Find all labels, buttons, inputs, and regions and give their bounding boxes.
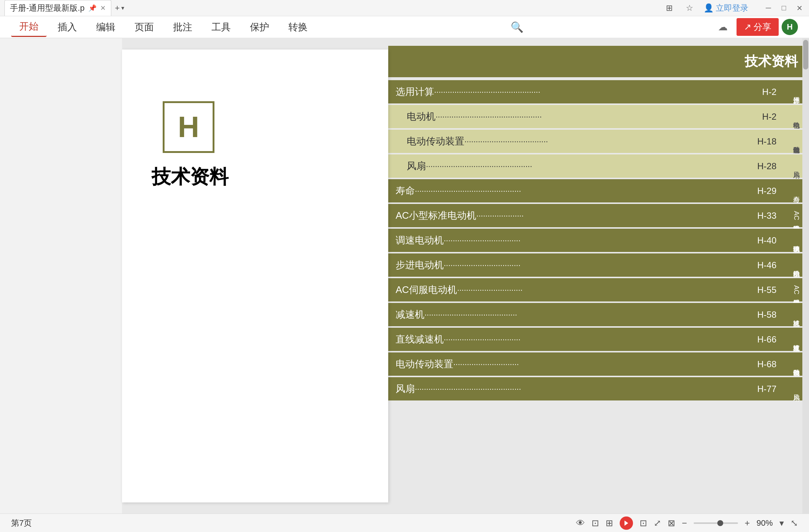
window-controls: ─ □ ✕	[763, 3, 805, 13]
toc-row-9[interactable]: 减速机·····································…	[388, 303, 809, 326]
toc-page: H-66	[757, 334, 776, 345]
document-tab[interactable]: 手册-通用型最新版.p 📌 ✕	[4, 0, 111, 16]
toc-row-2[interactable]: 电动传动装置··································…	[388, 130, 809, 153]
toc-page: H-28	[757, 161, 776, 171]
maximize-button[interactable]: □	[779, 3, 789, 13]
toc-dots: ··································	[444, 335, 754, 344]
sidebar-toggle-icon[interactable]: ⊞	[663, 2, 676, 14]
new-tab-button[interactable]: + ▾	[111, 1, 128, 15]
toc-dots: ········································…	[436, 112, 758, 122]
toc-label: AC伺服电动机	[396, 283, 457, 296]
menu-item-开始[interactable]: 开始	[11, 17, 47, 37]
scrollbar[interactable]	[802, 38, 809, 514]
fit-page-icon[interactable]: ⊡	[640, 518, 647, 528]
menu-item-页面[interactable]: 页面	[126, 18, 162, 37]
zoom-plus-icon[interactable]: +	[745, 518, 750, 528]
toc-row-5[interactable]: AC小型标准电动机·····················H-33AC小型标准…	[388, 204, 809, 227]
toc-row-10[interactable]: 直线减速机··································H…	[388, 328, 809, 351]
toc-dots: ········································…	[415, 384, 754, 394]
zoom-slider[interactable]	[694, 522, 738, 524]
toc-sub-label-3: 风扇······································…	[388, 154, 784, 178]
toc-main-label-5: AC小型标准电动机·····················H-33	[388, 204, 784, 227]
fullscreen-icon[interactable]: ⤡	[791, 518, 798, 528]
toc-page: H-40	[757, 235, 776, 246]
toc-label: 选用计算	[396, 85, 434, 98]
toc-dots: ··································	[444, 236, 754, 245]
menu-item-工具[interactable]: 工具	[203, 18, 239, 37]
toc-dots: ········································…	[415, 186, 754, 196]
document-page: H 技术资料	[122, 50, 388, 502]
cloud-icon[interactable]: ☁	[718, 21, 728, 33]
toc-dots: ·····························	[457, 285, 754, 295]
layout-icon[interactable]: ⊞	[606, 518, 613, 528]
toc-main-label-0: 选用计算····································…	[388, 80, 784, 103]
minimize-button[interactable]: ─	[763, 3, 774, 13]
toc-page: H-2	[762, 112, 776, 122]
h-logo-box: H	[163, 101, 214, 153]
toc-label: 减速机	[396, 308, 424, 321]
toc-row-0[interactable]: 选用计算····································…	[388, 80, 809, 103]
h-letter: H	[178, 110, 199, 144]
status-bar: 第7页 👁 ⊡ ⊞ ⊡ ⤢ ⊠ − + 90% ▾ ⤡	[0, 514, 809, 532]
share-button[interactable]: ↗ 分享	[737, 18, 779, 36]
toc-sub-label-1: 电动机·····································…	[388, 105, 784, 128]
toc-page: H-33	[757, 211, 776, 221]
zoom-level: 90%	[756, 518, 773, 528]
toc-row-7[interactable]: 步进电动机··································H…	[388, 253, 809, 277]
menu-item-保护[interactable]: 保护	[242, 18, 277, 37]
play-button[interactable]	[620, 516, 633, 530]
scrollbar-thumb[interactable]	[803, 40, 808, 69]
toc-page: H-58	[757, 310, 776, 320]
toc-label: 电动传动装置	[407, 135, 464, 148]
eye-icon[interactable]: 👁	[576, 518, 585, 528]
toc-row-12[interactable]: 风扇······································…	[388, 377, 809, 400]
bookmark-icon[interactable]: ☆	[683, 2, 696, 14]
menu-item-插入[interactable]: 插入	[50, 18, 85, 37]
menu-item-编辑[interactable]: 编辑	[88, 18, 123, 37]
toc-rows: 选用计算····································…	[388, 80, 809, 402]
login-button[interactable]: 👤 立即登录	[704, 3, 748, 14]
expand-icon[interactable]: ⤢	[654, 518, 661, 528]
titlebar-right: ⊞ ☆ 👤 立即登录 ─ □ ✕	[663, 2, 805, 14]
zoom-minus-icon[interactable]: −	[682, 518, 687, 528]
toc-label: 调速电动机	[396, 234, 444, 247]
toc-label: 风扇	[396, 382, 415, 395]
page-icon[interactable]: ⊡	[592, 518, 599, 528]
tab-title: 手册-通用型最新版.p	[10, 3, 85, 14]
menu-bar: 开始插入编辑页面批注工具保护转换 🔍 ☁ ↗ 分享 H	[0, 16, 809, 38]
toc-row-8[interactable]: AC伺服电动机·····························H-55…	[388, 278, 809, 301]
avatar[interactable]: H	[782, 19, 798, 35]
toc-label: 电动传动装置	[396, 358, 453, 371]
toc-dots: ········································…	[426, 161, 754, 171]
close-button[interactable]: ✕	[794, 3, 805, 13]
toc-row-4[interactable]: 寿命······································…	[388, 179, 809, 202]
toc-label: AC小型标准电动机	[396, 209, 476, 222]
toc-row-3[interactable]: 风扇······································…	[388, 154, 809, 178]
status-tools: 👁 ⊡ ⊞ ⊡ ⤢ ⊠ − + 90% ▾ ⤡	[576, 516, 798, 530]
toc-label: 寿命	[396, 184, 415, 197]
login-label: 立即登录	[716, 3, 748, 14]
search-icon[interactable]: 🔍	[511, 21, 524, 33]
tab-dropdown-icon: ▾	[121, 4, 124, 11]
menu-item-批注[interactable]: 批注	[165, 18, 200, 37]
toc-main-label-6: 调速电动机··································H…	[388, 229, 784, 252]
menu-item-转换[interactable]: 转换	[280, 18, 316, 37]
toc-page: H-18	[757, 136, 776, 147]
toc-dots: ·····························	[453, 359, 754, 369]
toc-row-1[interactable]: 电动机·····································…	[388, 105, 809, 128]
play-icon	[624, 521, 628, 526]
toc-row-6[interactable]: 调速电动机··································H…	[388, 229, 809, 252]
add-icon: +	[115, 3, 120, 13]
zoom-dropdown-icon[interactable]: ▾	[779, 518, 784, 528]
toc-row-11[interactable]: 电动传动装置·····························H-68电…	[388, 352, 809, 376]
toc-page: H-55	[757, 285, 776, 295]
toc-dots: ········································…	[434, 87, 758, 97]
tab-close-button[interactable]: ✕	[100, 4, 106, 12]
toc-label: 步进电动机	[396, 259, 444, 272]
page-indicator: 第7页	[11, 518, 32, 529]
toc-page: H-46	[757, 260, 776, 270]
toc-main-label-9: 减速机·····································…	[388, 303, 784, 326]
zoom-slider-thumb[interactable]	[717, 520, 723, 526]
rotate-icon[interactable]: ⊠	[668, 518, 675, 528]
toc-sub-label-2: 电动传动装置··································…	[388, 130, 784, 153]
